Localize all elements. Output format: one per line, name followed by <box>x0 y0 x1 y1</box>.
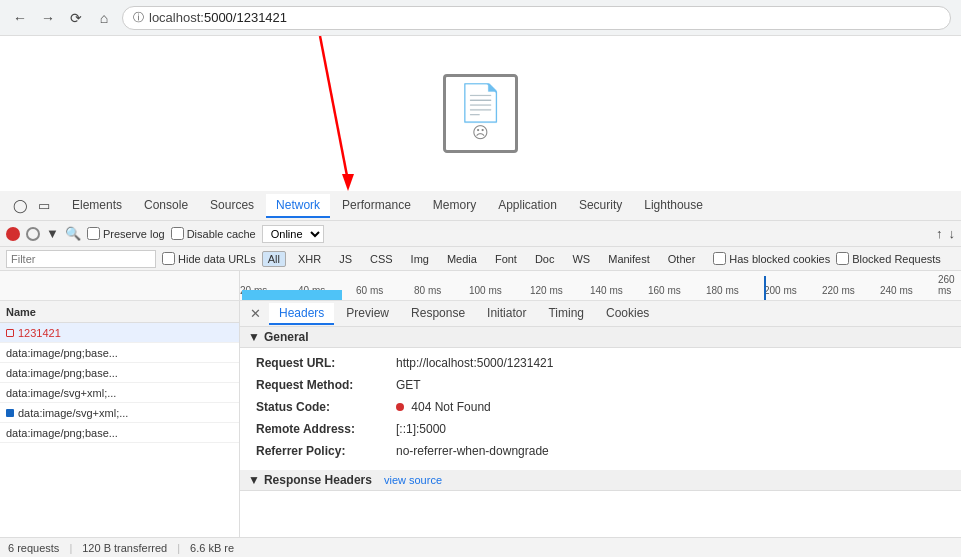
record-button[interactable] <box>6 227 20 241</box>
main-split: Name 1231421 data:image/png;base... data… <box>0 301 961 537</box>
request-name: data:image/png;base... <box>6 367 233 379</box>
upload-icon[interactable]: ↑ <box>936 226 943 241</box>
tab-network[interactable]: Network <box>266 194 330 218</box>
details-tab-response[interactable]: Response <box>401 303 475 325</box>
detail-row-remote: Remote Address: [::1]:5000 <box>256 418 953 440</box>
request-name: data:image/png;base... <box>6 347 233 359</box>
devtools-panel: ◯ ▭ Elements Console Sources Network Per… <box>0 191 961 557</box>
filter-bar: Hide data URLs All XHR JS CSS Img Media … <box>0 247 961 271</box>
detail-row-method: Request Method: GET <box>256 374 953 396</box>
filter-input[interactable] <box>6 250 156 268</box>
page-content: 📄 ☹ <box>0 36 961 191</box>
details-tab-preview[interactable]: Preview <box>336 303 399 325</box>
filter-css[interactable]: CSS <box>364 251 399 267</box>
details-tab-timing[interactable]: Timing <box>538 303 594 325</box>
tab-lighthouse[interactable]: Lighthouse <box>634 194 713 218</box>
device-toolbar-icon[interactable]: ▭ <box>34 196 54 216</box>
back-button[interactable]: ← <box>10 8 30 28</box>
tab-performance[interactable]: Performance <box>332 194 421 218</box>
disable-cache-label[interactable]: Disable cache <box>171 227 256 240</box>
hide-data-urls-label[interactable]: Hide data URLs <box>162 252 256 265</box>
inspect-element-icon[interactable]: ◯ <box>10 196 30 216</box>
transfer-size: 120 B transferred <box>82 542 167 554</box>
filter-ws[interactable]: WS <box>566 251 596 267</box>
download-icon[interactable]: ↓ <box>949 226 956 241</box>
general-section-header[interactable]: ▼ General <box>240 327 961 348</box>
details-tab-headers[interactable]: Headers <box>269 303 334 325</box>
refresh-button[interactable]: ⟳ <box>66 8 86 28</box>
filter-media[interactable]: Media <box>441 251 483 267</box>
request-name: data:image/svg+xml;... <box>18 407 233 419</box>
details-tab-initiator[interactable]: Initiator <box>477 303 536 325</box>
lock-icon: ⓘ <box>133 10 144 25</box>
filter-img[interactable]: Img <box>405 251 435 267</box>
stop-button[interactable] <box>26 227 40 241</box>
search-icon[interactable]: 🔍 <box>65 226 81 241</box>
request-count: 6 requests <box>8 542 59 554</box>
request-name: 1231421 <box>18 327 233 339</box>
resource-size: 6.6 kB re <box>190 542 234 554</box>
timeline-marker <box>764 276 766 300</box>
details-tabs: ✕ Headers Preview Response Initiator Tim… <box>240 301 961 327</box>
request-name: data:image/png;base... <box>6 427 233 439</box>
home-button[interactable]: ⌂ <box>94 8 114 28</box>
tab-elements[interactable]: Elements <box>62 194 132 218</box>
requests-header: Name <box>0 301 239 323</box>
request-row[interactable]: data:image/png;base... <box>0 423 239 443</box>
forward-button[interactable]: → <box>38 8 58 28</box>
disable-cache-checkbox[interactable] <box>171 227 184 240</box>
network-toolbar: ▼ 🔍 Preserve log Disable cache Online ↑ … <box>0 221 961 247</box>
details-panel: ✕ Headers Preview Response Initiator Tim… <box>240 301 961 537</box>
svg-line-0 <box>320 36 348 181</box>
svg-marker-1 <box>342 174 354 191</box>
status-dot-red <box>396 403 404 411</box>
filter-manifest[interactable]: Manifest <box>602 251 656 267</box>
blocked-requests-label[interactable]: Blocked Requests <box>836 252 941 265</box>
filter-xhr[interactable]: XHR <box>292 251 327 267</box>
network-throttle-select[interactable]: Online <box>262 225 324 243</box>
details-tab-cookies[interactable]: Cookies <box>596 303 659 325</box>
request-row[interactable]: data:image/png;base... <box>0 343 239 363</box>
detail-row-referrer: Referrer Policy: no-referrer-when-downgr… <box>256 440 953 462</box>
request-error-indicator <box>6 329 14 337</box>
url-text: localhost:5000/1231421 <box>149 10 287 25</box>
detail-row-url: Request URL: http://localhost:5000/12314… <box>256 352 953 374</box>
timeline-bar-blue <box>242 290 342 300</box>
tab-console[interactable]: Console <box>134 194 198 218</box>
filter-font[interactable]: Font <box>489 251 523 267</box>
request-row[interactable]: data:image/svg+xml;... <box>0 403 239 423</box>
filter-icon[interactable]: ▼ <box>46 226 59 241</box>
filter-js[interactable]: JS <box>333 251 358 267</box>
tab-application[interactable]: Application <box>488 194 567 218</box>
preserve-log-checkbox[interactable] <box>87 227 100 240</box>
timeline: 20 ms 40 ms 60 ms 80 ms 100 ms 120 ms 14… <box>240 271 961 300</box>
address-bar[interactable]: ⓘ localhost:5000/1231421 <box>122 6 951 30</box>
filter-other[interactable]: Other <box>662 251 702 267</box>
tab-security[interactable]: Security <box>569 194 632 218</box>
bottom-bar: 6 requests | 120 B transferred | 6.6 kB … <box>0 537 961 557</box>
request-name: data:image/svg+xml;... <box>6 387 233 399</box>
error-icon: 📄 ☹ <box>443 74 518 153</box>
response-headers-section-header[interactable]: ▼ Response Headers view source <box>240 470 961 491</box>
tab-memory[interactable]: Memory <box>423 194 486 218</box>
detail-row-status: Status Code: 404 Not Found <box>256 396 953 418</box>
request-row[interactable]: data:image/svg+xml;... <box>0 383 239 403</box>
request-row[interactable]: data:image/png;base... <box>0 363 239 383</box>
preserve-log-label[interactable]: Preserve log <box>87 227 165 240</box>
requests-panel: Name 1231421 data:image/png;base... data… <box>0 301 240 537</box>
close-details-button[interactable]: ✕ <box>244 306 267 321</box>
view-source-link[interactable]: view source <box>384 474 442 486</box>
blocked-requests-checkbox[interactable] <box>836 252 849 265</box>
browser-chrome: ← → ⟳ ⌂ ⓘ localhost:5000/1231421 <box>0 0 961 36</box>
hide-data-urls-checkbox[interactable] <box>162 252 175 265</box>
has-blocked-cookies-checkbox[interactable] <box>713 252 726 265</box>
filter-all[interactable]: All <box>262 251 286 267</box>
filter-doc[interactable]: Doc <box>529 251 561 267</box>
devtools-icons: ◯ ▭ <box>4 196 60 216</box>
request-row[interactable]: 1231421 <box>0 323 239 343</box>
devtools-tabs-bar: ◯ ▭ Elements Console Sources Network Per… <box>0 191 961 221</box>
general-section-content: Request URL: http://localhost:5000/12314… <box>240 348 961 470</box>
request-blue-indicator <box>6 409 14 417</box>
has-blocked-cookies-label[interactable]: Has blocked cookies <box>713 252 830 265</box>
tab-sources[interactable]: Sources <box>200 194 264 218</box>
